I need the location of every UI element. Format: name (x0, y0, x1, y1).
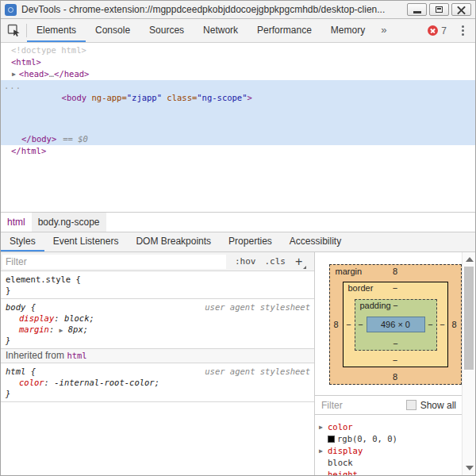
inherited-from-bar: Inherited from html (1, 349, 314, 363)
pseudo-state-toggle[interactable]: :hov (235, 256, 256, 267)
restore-button[interactable] (429, 3, 449, 16)
scroll-up-icon[interactable] (466, 257, 474, 262)
rule-selector: html (6, 367, 25, 376)
tab-memory[interactable]: Memory (321, 19, 374, 42)
devtools-app-icon (5, 4, 17, 16)
body-close-line[interactable]: </body>== $0 (1, 133, 475, 145)
error-badge-icon[interactable] (428, 25, 438, 36)
expand-arrow-icon[interactable]: ▶ (319, 421, 323, 433)
html-open-line[interactable]: <html> (1, 56, 475, 68)
stylesheet-origin: user agent stylesheet (205, 302, 310, 312)
box-model-content-size[interactable]: 496 × 0 (367, 317, 425, 332)
padding-left-value[interactable]: − (355, 320, 367, 329)
padding-bottom-value[interactable]: − (393, 339, 397, 348)
scrollbar-thumb[interactable] (464, 267, 474, 370)
computed-value-color: rgb(0, 0, 0) (315, 433, 475, 445)
padding-label: padding (360, 300, 391, 312)
margin-top-value[interactable]: 8 (393, 267, 397, 276)
close-button[interactable] (451, 3, 471, 16)
rule-selector: body (6, 302, 25, 312)
margin-bottom-value[interactable]: 8 (393, 372, 397, 382)
sidebar-tabs: Styles Event Listeners DOM Breakpoints P… (1, 232, 475, 252)
css-property-color[interactable]: color: -internal-root-color; (6, 377, 313, 388)
stylesheet-origin: user agent stylesheet (205, 367, 310, 376)
inspect-element-button[interactable] (1, 19, 26, 42)
styles-toolbar: :hov .cls + (1, 252, 314, 271)
expand-arrow-icon[interactable]: ▶ (319, 445, 323, 457)
tab-event-listeners[interactable]: Event Listeners (44, 232, 128, 251)
inspect-cursor-icon (7, 24, 21, 37)
more-tabs-chevron[interactable]: » (374, 19, 393, 42)
show-all-label: Show all (420, 400, 456, 411)
color-swatch-icon (328, 436, 335, 443)
head-line[interactable]: ▶<head>…</head> (1, 68, 475, 80)
border-right-value[interactable]: − (437, 320, 448, 329)
html-close-line[interactable]: </html> (1, 145, 475, 157)
tab-console[interactable]: Console (86, 19, 140, 42)
html-node-link[interactable]: html (67, 351, 86, 360)
box-model-diagram: margin8 8 border− − padding− − (315, 252, 475, 395)
scrollbar[interactable] (462, 252, 475, 475)
css-property-margin[interactable]: margin: ▶ 8px; (6, 324, 313, 335)
breadcrumb-html[interactable]: html (1, 213, 32, 232)
body-open-line[interactable]: ...<body ng-app="zjapp" class="ng-scope"… (1, 80, 475, 92)
rule-body[interactable]: user agent stylesheet body { display: bl… (1, 299, 314, 349)
computed-value-display: block (315, 457, 475, 469)
computed-prop-display[interactable]: ▶display (315, 445, 475, 457)
show-all-checkbox[interactable]: Show all (406, 400, 456, 411)
styles-filter-input[interactable] (2, 255, 226, 269)
error-count[interactable]: 7 (441, 25, 447, 36)
tab-performance[interactable]: Performance (248, 19, 321, 42)
padding-top-value[interactable]: − (393, 301, 397, 310)
overflow-dots-icon[interactable]: ... (4, 80, 21, 92)
devtools-window: DevTools - chrome-extension://mgppdceedp… (0, 0, 476, 476)
border-left-value[interactable]: − (344, 320, 355, 329)
border-top-value[interactable]: − (393, 283, 397, 293)
rule-html[interactable]: user agent stylesheet html { color: -int… (1, 363, 314, 402)
computed-sidebar: margin8 8 border− − padding− − (315, 252, 475, 475)
computed-properties-list: ▶color rgb(0, 0, 0) ▶display block heigh… (315, 415, 475, 475)
computed-filter-input[interactable] (321, 400, 393, 411)
breadcrumb-body[interactable]: body.ng-scope (32, 213, 106, 232)
doctype-line[interactable]: <!doctype html> (1, 44, 475, 56)
tab-styles[interactable]: Styles (1, 232, 44, 251)
expand-arrow-icon[interactable]: ▶ (12, 71, 16, 78)
minimize-icon (413, 11, 421, 13)
computed-prop-color[interactable]: ▶color (315, 421, 475, 433)
tab-dom-breakpoints[interactable]: DOM Breakpoints (127, 232, 220, 251)
border-label: border (348, 282, 374, 294)
computed-prop-height[interactable]: height (315, 469, 475, 475)
tab-sources[interactable]: Sources (140, 19, 194, 42)
box-model-margin[interactable]: margin8 8 border− − padding− − (329, 264, 462, 385)
rule-selector: element.style (6, 274, 71, 284)
tab-accessibility[interactable]: Accessibility (281, 232, 350, 251)
window-controls (407, 3, 471, 16)
styles-pane: :hov .cls + element.style { } user agent… (1, 252, 315, 475)
tab-properties[interactable]: Properties (220, 232, 281, 251)
window-title: DevTools - chrome-extension://mgppdceedp… (21, 4, 407, 15)
dollar-zero-hint: == $0 (63, 134, 88, 144)
breadcrumb: html body.ng-scope (1, 212, 475, 232)
tab-elements[interactable]: Elements (27, 19, 86, 42)
selected-body-node[interactable]: ...<body ng-app="zjapp" class="ng-scope"… (1, 80, 475, 145)
kebab-menu-icon[interactable] (454, 25, 472, 36)
margin-right-value[interactable]: 8 (449, 320, 460, 329)
scroll-down-icon[interactable] (466, 466, 474, 470)
close-icon (457, 6, 466, 14)
elements-tree: <!doctype html> <html> ▶<head>…</head> .… (1, 43, 475, 212)
css-property-display[interactable]: display: block; (6, 313, 313, 324)
tab-network[interactable]: Network (194, 19, 248, 42)
margin-left-value[interactable]: 8 (331, 320, 342, 329)
checkbox-icon[interactable] (406, 400, 416, 410)
devtools-toolbar: Elements Console Sources Network Perform… (1, 19, 475, 43)
minimize-button[interactable] (407, 3, 427, 16)
box-model-padding[interactable]: padding− − 496 × 0 − − (355, 299, 437, 351)
titlebar[interactable]: DevTools - chrome-extension://mgppdceedp… (1, 1, 475, 19)
box-model-border[interactable]: border− − padding− − 496 × 0 − (343, 282, 448, 367)
new-style-rule-button[interactable]: + (295, 255, 302, 268)
restore-icon (436, 6, 443, 13)
border-bottom-value[interactable]: − (393, 355, 397, 365)
element-classes-toggle[interactable]: .cls (265, 256, 286, 267)
rule-element-style[interactable]: element.style { } (1, 271, 314, 299)
padding-right-value[interactable]: − (425, 320, 436, 329)
